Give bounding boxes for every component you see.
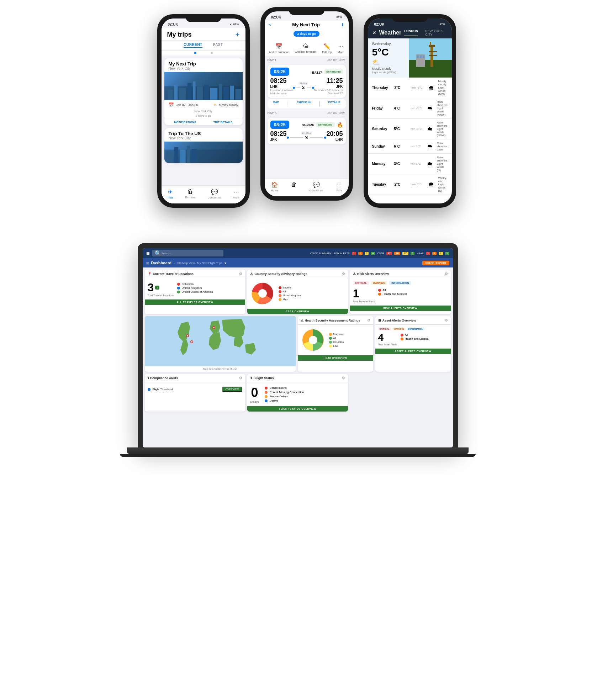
tab-current[interactable]: CURRENT: [184, 43, 202, 48]
more-action[interactable]: ⋯ More: [338, 43, 344, 54]
risk-tab-warning[interactable]: WARNING: [371, 281, 387, 285]
map-button[interactable]: MAP: [273, 101, 279, 107]
traveler-overview-button[interactable]: ALL TRAVELER OVERVIEW: [145, 299, 245, 305]
plane-icon-5: ✈: [303, 134, 310, 141]
flight-status-3: Delays: [265, 399, 304, 402]
card-flight-status: ✈ Flight Status ⚙ 0 Delay: [247, 374, 348, 412]
risk-tab-critical[interactable]: CRITICAL: [353, 281, 369, 285]
asset-settings-icon[interactable]: ⚙: [445, 318, 448, 322]
depart-time-1: 08:25: [270, 77, 293, 85]
dashboard-topbar: ▦ 🔍 Search... COVID SUMMARY RISK ALERTS …: [143, 248, 453, 258]
nav-home-2[interactable]: 🏠 Home: [271, 181, 278, 192]
nav-delete[interactable]: 🗑 Remove: [185, 189, 196, 199]
checkin-button[interactable]: CHECK IN: [297, 101, 311, 107]
edit-trip-action[interactable]: ✏️ Edit trip: [322, 43, 332, 54]
flight-threshold-dot: [148, 388, 150, 391]
risk-tab-info[interactable]: INFORMATION: [389, 281, 411, 285]
country-security-header: ⚠ Country Security Advisory Ratings ⚙: [247, 270, 348, 278]
phone-notch-3: [392, 14, 428, 22]
csar-legend: Severe All: [279, 286, 301, 301]
asset-tab-info[interactable]: INFORMATION: [407, 328, 425, 330]
asset-tab-critical[interactable]: CRITICAL: [378, 328, 391, 330]
card-country-security: ⚠ Country Security Advisory Ratings ⚙: [247, 270, 348, 314]
hsar-body: Moderate All: [298, 325, 373, 355]
divider-2: |: [319, 101, 320, 107]
compliance-overview-button[interactable]: OVERVIEW: [222, 387, 243, 392]
nyc-tab[interactable]: NEW YORK CITY: [425, 29, 447, 36]
subnav-arrow: ›: [224, 260, 226, 266]
asset-alerts-body: CRITICAL WARNING INFORMATION 4 Total Ass…: [375, 325, 451, 349]
asset-tab-warning[interactable]: WARNING: [392, 328, 406, 330]
nav-trips[interactable]: ✈ Trips: [167, 189, 173, 199]
add-trip-button[interactable]: +: [236, 31, 240, 39]
forecast-row-0: Thursday 2°C min -3°C 🌧 Mostly cloudy Li…: [368, 78, 452, 98]
flight-track: [296, 88, 300, 88]
hsar-settings-icon[interactable]: ⚙: [367, 318, 370, 322]
hsar-warning-icon: ⚠: [301, 319, 303, 322]
traveler-count: 3 ↑ Total Traveler Locations: [148, 281, 174, 297]
map-credits: Map data ©2021 Terms of Use: [145, 366, 296, 372]
share-export-button[interactable]: SHARE / EXPORT: [422, 261, 449, 265]
flight-status-body: 0 Delays Cancellations: [247, 382, 348, 406]
asset-icon: ⊞: [378, 319, 381, 322]
arrive-info-1: 11:25 JFK New York J.F Kennedy Terminal …: [314, 77, 343, 95]
back-button[interactable]: <: [269, 22, 271, 27]
weather-icon-1: 🌧: [426, 105, 434, 112]
tab-past[interactable]: PAST: [213, 43, 223, 48]
dashboard-search[interactable]: 🔍 Search...: [152, 250, 223, 256]
page-title: Dashboard: [151, 261, 171, 265]
traveler-settings-icon[interactable]: ⚙: [239, 272, 242, 276]
card-hsar: ⚠ Health Security Assessment Ratings ⚙: [298, 316, 373, 372]
flight-overview-button[interactable]: FLIGHT STATUS OVERVIEW: [247, 406, 348, 412]
london-tab[interactable]: LONDON: [404, 29, 418, 36]
hsar-2: 4: [432, 252, 437, 255]
flight-number-5: 9G2526: [302, 123, 314, 127]
breadcrumb-separator: •: [174, 261, 175, 265]
depart-code-1: LHR: [270, 85, 293, 89]
hsar-overview-button[interactable]: HSAR OVERVIEW: [298, 355, 373, 361]
nav-chat[interactable]: 💬 Contact us: [207, 189, 221, 199]
share-button[interactable]: ⬆: [341, 22, 344, 27]
warning-icon-2: ⚠: [353, 272, 356, 276]
breadcrumb: 360 Map View / My Next Flight Trips: [177, 261, 222, 265]
risk-overview-button[interactable]: RISK ALERTS OVERVIEW: [350, 306, 451, 311]
dashboard-row-1: 📍 Current Traveler Locations ⚙: [145, 270, 451, 314]
svg-rect-25: [429, 55, 437, 56]
home-nav-icon: 🏠: [271, 181, 278, 188]
flight-time-badge-5: 08:25 9G2526 Scheduled 🔥: [270, 121, 343, 129]
depart-time-5: 08:25: [270, 130, 287, 138]
nav-delete-2[interactable]: 🗑: [291, 181, 297, 192]
flight-settings-icon[interactable]: ⚙: [342, 376, 345, 380]
nav-more[interactable]: ⋯ More: [233, 189, 239, 199]
asset-alerts-title: ⊞ Asset Alerts Overview: [378, 319, 416, 322]
arrive-info-5: 20:05 LHR: [326, 130, 343, 142]
trip-card-2: Trip To The US New York City: [164, 128, 243, 163]
phone-notch: [186, 14, 221, 22]
notifications-button[interactable]: NOTIFICATIONS: [174, 121, 196, 124]
compliance-settings-icon[interactable]: ⚙: [239, 376, 242, 380]
nav-more-2[interactable]: ⋯ More: [335, 181, 342, 192]
details-button[interactable]: DETAILS: [328, 101, 340, 107]
svg-rect-3: [179, 88, 186, 100]
location-dot-1: [177, 287, 180, 290]
weather-icon-4: 🌧: [426, 161, 434, 167]
risk-settings-icon[interactable]: ⚙: [445, 272, 448, 276]
close-weather-button[interactable]: ✕: [372, 30, 376, 36]
csar-settings-icon[interactable]: ⚙: [342, 272, 345, 276]
total-traveler-label: Total Traveler Locations: [148, 294, 174, 297]
trip-details-button[interactable]: TRIP DETAILS: [213, 121, 232, 124]
compliance-body: Flight Threshold OVERVIEW: [145, 382, 245, 396]
flight-center-5: 6h 40m ✈: [287, 132, 327, 140]
asset-overview-button[interactable]: ASSET ALERTS OVERVIEW: [375, 349, 451, 354]
nav-chat-label: Contact us: [207, 196, 221, 199]
location-dot-2: [177, 291, 180, 293]
csar-overview-button[interactable]: CSAR OVERVIEW: [247, 309, 348, 314]
add-calendar-action[interactable]: 📅 Add to calendar: [269, 43, 289, 54]
weather-forecast-action[interactable]: 🌤 Weather forecast: [295, 43, 316, 54]
trip-card-1: My Next Trip New York City: [164, 58, 243, 125]
locations-number: 3 ↑: [148, 281, 174, 294]
trip-actions: 📅 Add to calendar 🌤 Weather forecast ✏️ …: [265, 40, 349, 57]
nav-contact-2[interactable]: 💬 Contact us: [310, 181, 323, 192]
trip-card-header-1: My Next Trip New York City: [164, 58, 243, 72]
weather-title: Weather: [379, 30, 402, 36]
